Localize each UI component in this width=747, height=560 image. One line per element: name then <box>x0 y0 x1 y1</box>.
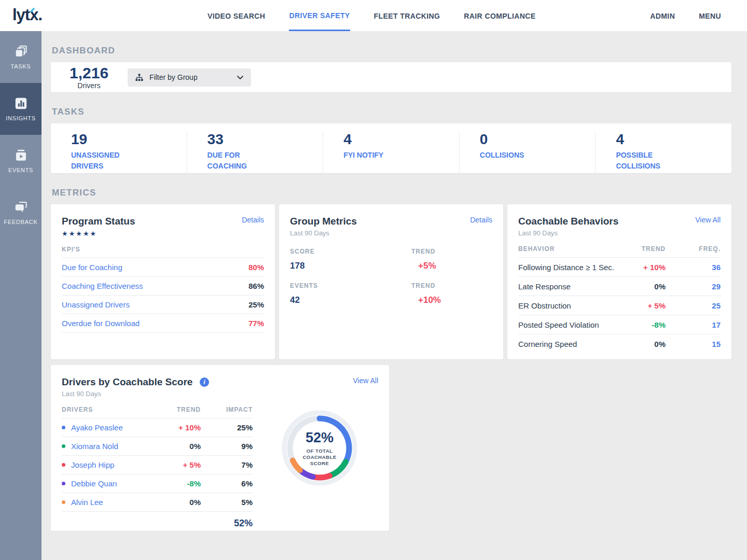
nav-menu[interactable]: MENU <box>699 0 721 31</box>
group-metric-row: EVENTS 42 TREND +10% <box>290 282 492 305</box>
driver-trend: + 5% <box>157 460 201 469</box>
trend-value: +10% <box>411 295 492 305</box>
driver-row: Xiomara Nold 0% 9% <box>62 437 253 456</box>
coachable-behaviors-title: Coachable Behaviors <box>518 216 618 227</box>
behavior-trend: 0% <box>618 282 666 291</box>
program-status-star-rating: ★★★★★ <box>62 230 264 237</box>
main-content: DASHBOARD 1,216 Drivers Filter by Group … <box>42 31 747 531</box>
kpi-link[interactable]: Due for Coaching <box>62 263 122 272</box>
group-metrics-title: Group Metrics <box>290 216 357 227</box>
sidebar-item-insights[interactable]: INSIGHTS <box>0 83 42 135</box>
top-nav: lytx. VIDEO SEARCH DRIVER SAFETY FLEET T… <box>0 0 747 31</box>
behavior-frequency[interactable]: 25 <box>666 301 721 310</box>
behavior-list: Following Distance ≥ 1 Sec. + 10% 36 Lat… <box>518 258 721 354</box>
freq-column-header: FREQ. <box>666 245 721 253</box>
program-status-title: Program Status <box>62 216 135 227</box>
info-icon[interactable]: i <box>200 377 209 387</box>
insights-bar-chart-icon <box>14 96 28 110</box>
kpi-value: 25% <box>248 300 264 309</box>
group-metrics-subtitle: Last 90 Days <box>290 229 492 237</box>
driver-summary-card: 1,216 Drivers Filter by Group <box>51 62 731 92</box>
driver-count-block: 1,216 Drivers <box>70 65 108 90</box>
task-stat[interactable]: 0 COLLISIONS <box>459 132 596 173</box>
task-stat-label[interactable]: COLLISIONS <box>480 150 543 161</box>
filter-by-group-label: Filter by Group <box>149 73 198 81</box>
behavior-name: Posted Speed Violation <box>518 320 618 329</box>
task-stat-label[interactable]: POSSIBLE COLLISIONS <box>616 150 679 172</box>
nav-driver-safety[interactable]: DRIVER SAFETY <box>289 0 350 31</box>
sidebar-item-tasks[interactable]: TASKS <box>0 31 42 83</box>
driver-color-dot <box>62 444 65 448</box>
kpi-row: Coaching Effectiveness 86% <box>62 277 264 296</box>
metric-value: 178 <box>290 261 411 271</box>
behavior-column-header: BEHAVIOR <box>518 245 618 253</box>
behavior-row: Cornering Speed 0% 15 <box>518 334 721 354</box>
driver-name-link[interactable]: Debbie Quan <box>71 479 117 488</box>
coachable-behaviors-view-all-link[interactable]: View All <box>695 216 721 224</box>
sidebar-item-events[interactable]: EVENTS <box>0 135 42 187</box>
metrics-row: Program Status Details ★★★★★ KPI'S Due f… <box>51 204 731 359</box>
behavior-trend: + 10% <box>618 263 666 272</box>
kpi-list: Due for Coaching 80% Coaching Effectiven… <box>62 258 264 333</box>
driver-name-link[interactable]: Joseph Hipp <box>71 460 114 469</box>
donut-chart: 52% OF TOTAL COACHABLE SCORE <box>278 407 361 489</box>
tasks-section-heading: TASKS <box>52 107 731 117</box>
task-stat-label[interactable]: FYI NOTIFY <box>343 150 407 161</box>
driver-color-dot <box>62 426 65 429</box>
behavior-frequency[interactable]: 29 <box>666 282 721 291</box>
behavior-trend: + 5% <box>618 301 666 310</box>
tasks-summary-card: 19 UNASSIGNED DRIVERS 33 DUE FOR COACHIN… <box>51 123 731 173</box>
driver-count: 1,216 <box>70 65 108 81</box>
driver-color-dot <box>62 500 65 504</box>
task-stat[interactable]: 19 UNASSIGNED DRIVERS <box>51 132 187 173</box>
driver-impact: 5% <box>201 498 253 507</box>
drivers-view-all-link[interactable]: View All <box>353 376 378 385</box>
driver-impact: 7% <box>201 460 253 469</box>
drivers-table: DRIVERS TREND IMPACT Ayako Peaslee + 10%… <box>62 406 253 535</box>
group-metrics-card: Group Metrics Details Last 90 Days SCORE… <box>279 204 503 359</box>
task-stat[interactable]: 4 FYI NOTIFY <box>323 132 459 173</box>
nav-video-search[interactable]: VIDEO SEARCH <box>208 0 265 31</box>
sidebar-item-label: FEEDBACK <box>4 219 38 225</box>
driver-name-link[interactable]: Xiomara Nold <box>71 442 118 451</box>
drivers-trend-column-header: TREND <box>157 406 201 413</box>
behavior-name: Following Distance ≥ 1 Sec. <box>518 263 618 272</box>
driver-color-dot <box>62 482 65 485</box>
kpi-link[interactable]: Unassigned Drivers <box>62 300 130 309</box>
donut-center-value: 52% <box>306 430 334 446</box>
secondary-nav: ADMIN MENU <box>650 0 721 31</box>
sidebar-item-feedback[interactable]: FEEDBACK <box>0 187 42 239</box>
filter-by-group-button[interactable]: Filter by Group <box>128 68 251 87</box>
driver-list: Ayako Peaslee + 10% 25% Xiomara Nold 0% … <box>62 418 253 512</box>
group-metrics-details-link[interactable]: Details <box>470 216 492 224</box>
behavior-frequency[interactable]: 36 <box>666 263 721 272</box>
nav-admin[interactable]: ADMIN <box>650 0 675 31</box>
task-stat-label[interactable]: UNASSIGNED DRIVERS <box>71 150 134 172</box>
behavior-frequency[interactable]: 15 <box>666 340 721 348</box>
driver-name-link[interactable]: Alvin Lee <box>71 498 103 507</box>
trend-column-header: TREND <box>618 245 666 253</box>
driver-count-label: Drivers <box>70 81 108 90</box>
task-stat[interactable]: 4 POSSIBLE COLLISIONS <box>595 132 731 173</box>
behavior-row: ER Obstruction + 5% 25 <box>518 296 721 315</box>
driver-name-link[interactable]: Ayako Peaslee <box>71 423 123 432</box>
coachable-behaviors-card: Coachable Behaviors View All Last 90 Day… <box>507 204 731 359</box>
metric-header: SCORE <box>290 248 411 255</box>
donut-center: 52% OF TOTAL COACHABLE SCORE <box>278 407 361 489</box>
task-stat-label[interactable]: DUE FOR COACHING <box>208 150 271 172</box>
primary-nav: VIDEO SEARCH DRIVER SAFETY FLEET TRACKIN… <box>208 0 536 31</box>
logo-text: lytx. <box>12 6 42 24</box>
kpi-link[interactable]: Coaching Effectiveness <box>62 282 143 290</box>
nav-rair-compliance[interactable]: RAIR COMPLIANCE <box>464 0 535 31</box>
behavior-row: Late Response 0% 29 <box>518 277 721 296</box>
metrics-section-heading: METRICS <box>52 188 731 198</box>
kpi-link[interactable]: Overdue for Download <box>62 319 140 328</box>
behavior-frequency[interactable]: 17 <box>666 320 721 329</box>
behavior-row: Posted Speed Violation -8% 17 <box>518 315 721 334</box>
total-impact-value: 52% <box>234 518 253 529</box>
behavior-trend: -8% <box>618 320 666 329</box>
task-stat[interactable]: 33 DUE FOR COACHING <box>187 132 323 173</box>
program-status-details-link[interactable]: Details <box>242 216 264 224</box>
lytx-logo[interactable]: lytx. <box>12 6 42 24</box>
nav-fleet-tracking[interactable]: FLEET TRACKING <box>374 0 440 31</box>
